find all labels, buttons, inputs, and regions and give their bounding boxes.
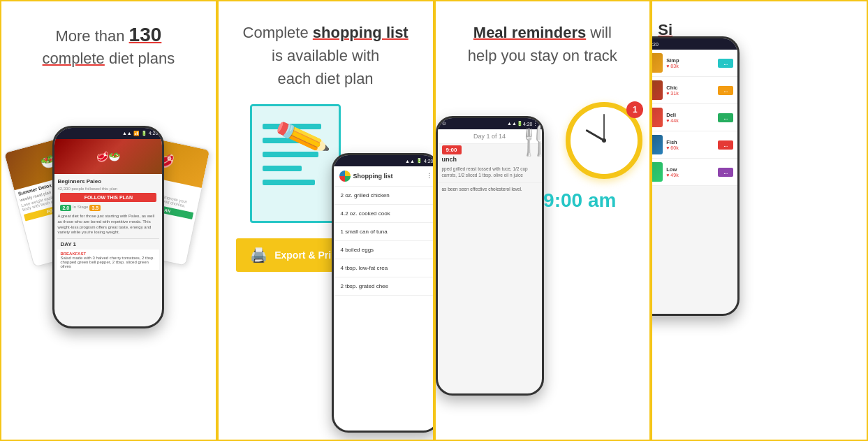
rating2: 3.5 [89,205,101,211]
clock-minute-hand [603,114,605,140]
p4-name-3: Fish [666,139,714,145]
rating-row: 2.0 In Stage 3.5 [57,203,159,212]
panel1-status-bar: ▲▲ 📶 🔋 4:20 [54,128,162,139]
p4-thumb-2 [652,108,663,127]
shop-title: Shopping list [353,173,393,180]
p4-likes-2: ♥ 44k [666,118,714,123]
panel1-phone-area: 🥗 Summer Detox weekly meal plan Lose wei… [17,84,199,328]
line5 [263,180,315,185]
fork-icon: 🍴 [517,124,552,157]
follow-plan-button[interactable]: FOLLOW THIS PLAN [60,193,156,202]
rating1-label: In Stage [73,205,88,211]
plan-content: Beginners Paleo 42,330 people followed t… [54,174,162,274]
shop-item-5: 2 tbsp. grated chee [334,277,434,296]
panel4-phone: 4:20 Simp ♥ 83k ... Chic ♥ 31k [652,36,740,316]
p4-info-4: Low ♥ 49k [666,166,714,178]
p4-info-0: Simp ♥ 83k [666,57,714,68]
p4-info-2: Deli ♥ 44k [666,112,714,123]
battery-icon: 🔋 [141,131,147,136]
p4-likes-1: ♥ 31k [666,91,714,96]
p3-logo-sm: ⊙ [442,121,446,126]
panel1-text1: More than [55,27,124,45]
panel1-number: 130 [129,24,162,45]
shop-item-4: 4 tbsp. low-fat crea [334,259,434,277]
shop-header: Shopping list ⋮ [334,166,434,187]
panel2-text3: each diet plan [278,70,374,87]
rating1: 2.0 [60,205,71,211]
meal-desc: Salad made with 3 halved cherry tomatoes… [60,256,156,268]
plan-desc: A great diet for those just starting wit… [57,212,159,237]
p4-likes-0: ♥ 83k [666,64,714,68]
reminder-time: 9:00 am [543,189,616,212]
p4-thumb-4 [652,162,663,182]
p4-name-0: Simp [666,57,714,64]
p4-badge-0: ... [718,59,733,68]
export-print-label: Export & Print [274,250,340,261]
meal-time-badge: 9:00 [442,145,462,154]
clock-container: 🍴 1 [517,102,642,179]
signal-icon: ▲▲ [122,131,132,136]
p4-name-1: Chic [666,85,714,91]
p4-info-3: Fish ♥ 60k [666,139,714,150]
shop-item-0: 2 oz. grilled chicken [334,187,434,205]
p4-item-3: Fish ♥ 60k ... [652,131,737,159]
panel3-content: ⊙ ▲▲🔋 4:20 ⋮ Day 1 of 14 9:00 unch pped … [436,74,650,340]
panel1-text3: diet plans [109,50,175,67]
p4-likes-3: ♥ 60k [666,145,714,150]
panel2-text1: Complete [243,24,309,41]
p4-name-4: Low [666,166,714,173]
panel2-phone: ▲▲ 🔋 4:20 Shopping list ⋮ 2 oz. grilled … [332,153,434,433]
panel1-phone: ▲▲ 📶 🔋 4:20 🥩🥗 Beginners Paleo 42,330 pe… [52,126,164,328]
panel2-content-area: ✏️ 🖨️ Export & Print ▲▲ 🔋 4:20 Shop [219,97,433,342]
panel2-status-bar: ▲▲ 🔋 4:20 [334,155,434,166]
p4-thumb-1 [652,80,663,100]
line4 [263,166,302,171]
printer-icon: 🖨️ [250,247,267,263]
p4-badge-2: ... [718,113,733,122]
panel2-heading: Complete shopping list is available with… [222,21,429,90]
panel-diet-plans: More than 130 complete diet plans 🥗 Summ… [0,0,217,441]
panel-meal-reminders: Meal reminders will help you stay on tra… [434,0,652,441]
panel2-text2: is available with [272,47,379,64]
plan-name: Beginners Paleo [57,177,159,186]
panel2-phone-screen: ▲▲ 🔋 4:20 Shopping list ⋮ 2 oz. grilled … [334,155,434,431]
day-label: DAY 1 [57,238,159,250]
bell-badge: 1 [626,101,643,118]
shop-item-2: 1 small can of tuna [334,223,434,241]
panel-recipes: Si s 4:20 Simp ♥ 83k ... [651,0,868,441]
p4-badge-1: ... [718,86,733,95]
shop-more-icon: ⋮ [426,173,432,180]
p4-time: 4:20 [652,42,659,47]
shop-item-1: 4.2 oz. cooked cook [334,205,434,223]
clock-face [571,107,638,174]
shop-item-3: 4 boiled eggs [334,241,434,259]
bell-count: 1 [633,105,638,115]
reminder-graphic: 🍴 1 9:00 am [517,102,642,212]
p2-signal: ▲▲ [405,159,415,164]
meal-row-breakfast: Breakfast Salad made with 3 halved cherr… [57,250,159,271]
p4-info-1: Chic ♥ 31k [666,85,714,96]
p4-thumb-0 [652,53,663,73]
p4-badge-4: ... [718,168,733,177]
plan-followers: 42,330 people followed this plan [57,186,159,191]
panel4-content: Si s 4:20 Simp ♥ 83k ... [652,1,867,440]
p4-item-1: Chic ♥ 31k ... [652,77,737,104]
p4-item-0: Simp ♥ 83k ... [652,50,737,77]
panel3-text2: help you stay on track [468,47,617,64]
panel1-phone-screen: ▲▲ 📶 🔋 4:20 🥩🥗 Beginners Paleo 42,330 pe… [54,128,162,326]
p4-status-bar: 4:20 [652,38,737,50]
shopping-list-icon: ✏️ [236,104,334,226]
p4-likes-4: ♥ 49k [666,173,714,178]
p4-item-4: Low ♥ 49k ... [652,159,737,186]
shop-logo [339,171,351,182]
wifi-icon: 📶 [133,131,140,136]
p4-thumb-3 [652,135,663,154]
panel2-highlight: shopping list [313,24,409,41]
time-display: 4:20 [149,131,159,136]
clock-circle: 1 [566,102,642,179]
panel3-text1: will [590,24,612,41]
p4-name-2: Deli [666,112,714,118]
plan-food-image: 🥩🥗 [54,139,162,174]
p2-time: 4:20 [424,159,434,164]
clock-center [602,138,606,143]
